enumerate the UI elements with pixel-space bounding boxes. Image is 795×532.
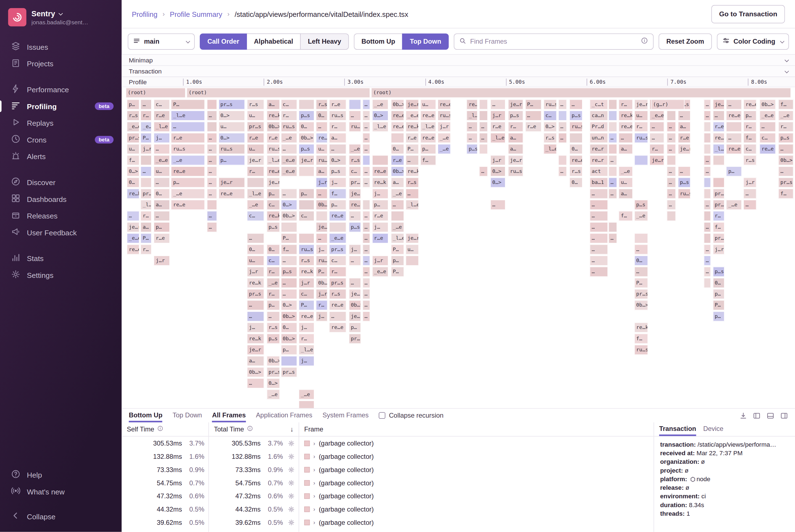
flame-cell[interactable]: _e…e: [127, 122, 139, 132]
flame-cell[interactable]: 0…>: [372, 111, 389, 121]
flame-cell[interactable]: _e…e: [329, 233, 346, 243]
flame-cell[interactable]: p…s: [281, 267, 297, 277]
flame-cell[interactable]: [608, 111, 617, 121]
flame-cell[interactable]: c…: [299, 289, 315, 299]
flame-cell[interactable]: …: [590, 200, 608, 210]
chevron-right-icon[interactable]: ›: [313, 467, 315, 473]
flame-cell[interactable]: …: [362, 233, 370, 243]
flame-cell[interactable]: _l…e: [154, 122, 170, 132]
flame-cell[interactable]: je…r: [634, 99, 648, 110]
flame-cell[interactable]: …: [362, 278, 370, 288]
flame-cell[interactable]: ru…s: [508, 166, 523, 176]
flame-cell[interactable]: …: [207, 155, 217, 166]
flame-cell[interactable]: 0b…>: [281, 334, 297, 344]
flame-cell[interactable]: pr…s: [634, 289, 648, 299]
flame-cell[interactable]: p…s: [299, 144, 315, 154]
flame-cell[interactable]: r…s: [299, 255, 315, 266]
flame-cell[interactable]: …: [590, 189, 608, 199]
flame-cell[interactable]: 0…: [713, 278, 724, 288]
flame-cell[interactable]: …: [140, 166, 152, 176]
flame-cell[interactable]: a…: [329, 133, 346, 143]
flame-cell[interactable]: re…e: [391, 111, 404, 121]
flame-cell[interactable]: 0…: [299, 122, 315, 132]
flame-cell[interactable]: …: [778, 144, 794, 154]
flame-cell[interactable]: …: [744, 189, 757, 199]
flame-cell[interactable]: f…: [127, 155, 139, 166]
flame-cell[interactable]: r…e: [405, 133, 419, 143]
flame-cell[interactable]: ru…s: [218, 144, 244, 154]
flame-cell[interactable]: je…r: [405, 233, 419, 243]
flame-cell[interactable]: …: [247, 378, 264, 388]
flame-cell[interactable]: …: [281, 144, 297, 154]
flame-cell[interactable]: …: [316, 233, 328, 243]
flame-cell[interactable]: pr…s: [140, 189, 152, 199]
flame-cell[interactable]: re…k: [267, 111, 280, 121]
flame-cell[interactable]: r…s: [329, 289, 346, 299]
download-icon[interactable]: [740, 412, 747, 419]
frame-cell[interactable]: ›(garbage collector): [299, 502, 654, 516]
flame-cell[interactable]: [608, 122, 617, 132]
flame-cell[interactable]: 0b…>: [247, 367, 264, 377]
flame-cell[interactable]: r…: [329, 122, 346, 132]
flame-cell[interactable]: je…r: [508, 155, 523, 166]
self-time-cell[interactable]: 47.32ms0.6%: [122, 489, 209, 502]
color-coding-select[interactable]: Color Coding: [717, 33, 789, 50]
flame-cell[interactable]: _e…e: [127, 233, 139, 243]
flame-cell[interactable]: _e…e: [140, 122, 152, 132]
flame-cell[interactable]: un…n: [590, 133, 608, 143]
flame-cell[interactable]: u…: [247, 255, 264, 266]
flame-cell[interactable]: 0…: [281, 322, 297, 332]
flame-cell[interactable]: _…e: [726, 200, 742, 210]
flame-cell[interactable]: [634, 233, 648, 243]
flame-cell[interactable]: re…k: [467, 99, 478, 110]
flame-cell[interactable]: re…e: [127, 244, 139, 255]
flame-cell[interactable]: ru…s: [316, 155, 328, 166]
flame-cell[interactable]: c…: [744, 144, 757, 154]
flame-cell[interactable]: p…s: [329, 166, 346, 176]
flame-cell[interactable]: a…: [619, 144, 633, 154]
flame-cell[interactable]: p…: [349, 322, 361, 332]
flame-cell[interactable]: P…: [171, 99, 205, 110]
flame-cell[interactable]: j…: [329, 177, 346, 188]
flame-cell[interactable]: …: [678, 166, 690, 176]
tab-top-down[interactable]: Top Down: [173, 408, 202, 422]
flame-cell[interactable]: p…: [171, 177, 205, 188]
sidebar-item-stats[interactable]: Stats: [0, 250, 122, 267]
flame-cell[interactable]: j…r: [490, 155, 506, 166]
flame-cell[interactable]: …: [558, 166, 567, 176]
total-time-cell[interactable]: 73.33ms0.9%: [209, 463, 299, 476]
flame-cell[interactable]: j…r: [316, 289, 328, 299]
flame-cell[interactable]: [704, 122, 711, 132]
flame-cell[interactable]: [608, 144, 617, 154]
flame-cell[interactable]: a…: [316, 166, 328, 176]
flame-cell[interactable]: …: [570, 99, 583, 110]
flame-cell[interactable]: [281, 356, 297, 366]
flame-cell[interactable]: …: [704, 166, 711, 176]
flame-cell[interactable]: [479, 99, 488, 110]
gear-icon[interactable]: [288, 519, 295, 526]
flame-cell[interactable]: …: [608, 133, 617, 143]
flame-cell[interactable]: [362, 200, 370, 210]
flame-cell[interactable]: _…e: [267, 390, 280, 400]
flame-cell[interactable]: 0…>: [267, 378, 280, 388]
flame-cell[interactable]: r…e: [329, 99, 346, 110]
chevron-right-icon[interactable]: ›: [313, 440, 315, 446]
flame-cell[interactable]: P…: [391, 267, 404, 277]
flame-cell[interactable]: …: [704, 244, 711, 255]
flame-cell[interactable]: j…: [247, 322, 264, 332]
flame-cell[interactable]: …: [329, 144, 346, 154]
flame-cell[interactable]: P…: [140, 133, 152, 143]
flame-cell[interactable]: _e…e: [650, 111, 664, 121]
flame-cell[interactable]: p…: [391, 255, 404, 266]
sidebar-item-discover[interactable]: Discover: [0, 174, 122, 191]
flame-cell[interactable]: _…e: [619, 166, 633, 176]
flame-cell[interactable]: …: [490, 99, 506, 110]
flame-cell[interactable]: …: [667, 189, 676, 199]
flame-cell[interactable]: r…: [619, 99, 633, 110]
flame-cell[interactable]: c…: [247, 211, 264, 221]
flame-cell[interactable]: re…k: [267, 211, 280, 221]
flame-cell[interactable]: 0…>: [218, 133, 244, 143]
flame-cell[interactable]: _e…e: [281, 166, 297, 176]
flame-cell[interactable]: [247, 177, 264, 188]
flame-cell[interactable]: f…: [420, 155, 436, 166]
